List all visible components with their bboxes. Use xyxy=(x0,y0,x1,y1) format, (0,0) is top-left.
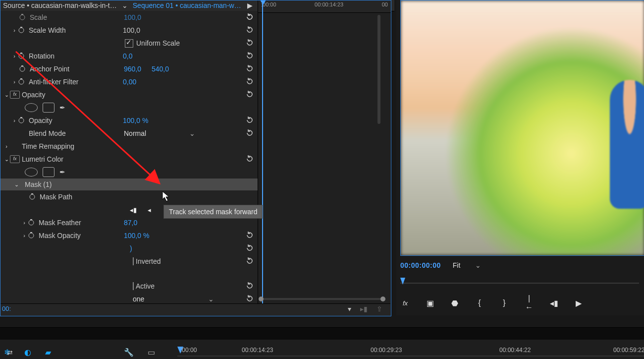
step-back-icon[interactable]: ◂▮ xyxy=(549,299,559,308)
ellipse-mask-icon[interactable] xyxy=(25,168,38,177)
filter-icon[interactable]: ▾ xyxy=(348,305,351,313)
rect-mask-icon[interactable] xyxy=(43,167,54,177)
generic-select[interactable]: one⌄ xyxy=(133,295,217,303)
reset-icon[interactable] xyxy=(246,77,254,85)
twisty-icon[interactable]: ⌄ xyxy=(0,181,20,188)
scale-width-value[interactable]: 100,0 xyxy=(123,26,140,34)
svg-point-8 xyxy=(19,79,24,84)
reset-icon[interactable] xyxy=(246,282,254,290)
source-tab[interactable]: Source • caucasian-man-walks-in-t… xyxy=(3,1,117,9)
sequence-tab[interactable]: Sequence 01 • caucasian-man-w… xyxy=(133,1,241,9)
zoom-handle-right[interactable] xyxy=(380,297,385,301)
timeline-settings-icon[interactable]: ⇄ xyxy=(7,349,13,357)
go-to-in-icon[interactable]: |← xyxy=(524,294,534,312)
zoom-select[interactable]: Fit⌄ xyxy=(453,261,482,269)
blend-mode-select[interactable]: Normal⌄ xyxy=(124,129,198,137)
scale-value[interactable]: 100,0 xyxy=(124,13,141,21)
twisty-icon[interactable]: › xyxy=(11,118,18,123)
insert-icon[interactable]: ▸▮ xyxy=(360,305,368,313)
program-scrubber[interactable] xyxy=(400,276,644,286)
uniform-scale-checkbox[interactable] xyxy=(125,39,133,48)
twisty-icon[interactable]: ⌄ xyxy=(3,156,10,163)
anchor-x[interactable]: 960,0 xyxy=(124,65,152,73)
pen-mask-icon[interactable]: ✒ xyxy=(59,104,65,112)
svg-rect-9 xyxy=(20,78,22,79)
reset-icon[interactable] xyxy=(246,90,254,98)
linked-selection-icon[interactable]: ◐ xyxy=(24,348,31,357)
reset-icon[interactable] xyxy=(246,64,254,72)
twisty-icon[interactable]: › xyxy=(21,220,28,226)
reset-icon[interactable] xyxy=(246,155,254,163)
flicker-value[interactable]: 0,00 xyxy=(123,78,136,86)
inverted-label[interactable]: Inverted xyxy=(133,257,161,265)
ec-zoom-scrollbar[interactable] xyxy=(258,296,386,302)
reset-icon[interactable] xyxy=(246,231,254,239)
stopwatch-icon[interactable] xyxy=(29,193,37,201)
pen-mask-icon[interactable]: ✒ xyxy=(59,168,65,176)
twisty-icon[interactable]: › xyxy=(11,53,18,59)
reset-icon[interactable] xyxy=(246,26,254,34)
reset-icon[interactable] xyxy=(246,244,254,252)
twisty-icon[interactable]: ⌄ xyxy=(3,92,10,98)
twisty-icon[interactable]: › xyxy=(21,233,28,239)
timeline-ruler[interactable]: :00:00 00:00:14:23 00:00:29:23 00:00:44:… xyxy=(177,347,644,359)
rotation-value[interactable]: 0,0 xyxy=(123,52,132,60)
track-backward-icon[interactable]: ◂ xyxy=(145,205,154,214)
reset-icon[interactable] xyxy=(246,52,254,60)
rect-mask-icon[interactable] xyxy=(43,103,54,113)
twisty-icon[interactable]: › xyxy=(11,79,18,85)
camera-icon[interactable]: ▭ xyxy=(148,348,155,357)
mask-1-header[interactable]: ⌄ Mask (1) xyxy=(0,179,258,190)
sequence-timeline: ❄ ◐ ▰ 🔧 ▭ :00:00 00:00:14:23 00:00:29:23… xyxy=(0,327,644,359)
wrench-icon[interactable]: 🔧 xyxy=(124,348,134,357)
program-timecode[interactable]: 00:00:00:00 xyxy=(400,261,441,269)
fx-badge-icon[interactable]: fx xyxy=(10,91,20,99)
program-video-frame[interactable] xyxy=(400,0,644,256)
reset-icon[interactable] xyxy=(246,116,254,124)
zoom-handle-left[interactable] xyxy=(259,297,264,301)
reset-icon[interactable] xyxy=(246,257,254,265)
stopwatch-icon[interactable] xyxy=(19,65,27,73)
fx-badge-icon[interactable]: fx xyxy=(10,155,20,163)
stopwatch-icon[interactable] xyxy=(18,117,26,124)
reset-icon[interactable] xyxy=(246,295,254,302)
play-only-icon[interactable]: ▶ xyxy=(244,1,253,9)
reset-icon[interactable] xyxy=(246,13,254,21)
ellipse-mask-icon[interactable] xyxy=(25,103,38,112)
fx-toggle-icon[interactable]: fx xyxy=(400,299,410,307)
effect-controls-timeline[interactable]: :00:00 00:00:14:23 00 xyxy=(258,0,391,315)
mask-feather-value[interactable]: 87,0 xyxy=(124,219,137,227)
track-backward-one-icon[interactable]: ◂▮ xyxy=(129,205,138,214)
effect-opacity[interactable]: ⌄ fx Opacity xyxy=(0,88,258,101)
vertical-scrollbar[interactable] xyxy=(377,15,380,124)
effect-time-remapping[interactable]: › fx Time Remapping xyxy=(0,140,258,153)
svg-rect-7 xyxy=(21,65,23,66)
stopwatch-icon[interactable] xyxy=(19,13,27,21)
source-tab-menu[interactable]: ⌄ xyxy=(120,1,130,9)
active-label[interactable]: Active xyxy=(133,282,155,290)
reset-icon[interactable] xyxy=(246,129,254,137)
stopwatch-icon[interactable] xyxy=(28,219,36,227)
reset-icon[interactable] xyxy=(246,39,254,47)
play-icon[interactable]: ▶ xyxy=(574,299,584,308)
stopwatch-icon[interactable] xyxy=(18,78,26,86)
marker-add-icon[interactable]: ▰ xyxy=(45,348,51,357)
playhead-icon[interactable] xyxy=(262,0,263,315)
effect-lumetri[interactable]: ⌄ fx Lumetri Color xyxy=(0,153,258,166)
stopwatch-icon[interactable] xyxy=(18,52,26,60)
mask-opacity-value[interactable]: 100,0 % xyxy=(124,232,149,239)
twisty-icon[interactable]: › xyxy=(11,27,18,33)
marker-icon[interactable]: ⬣ xyxy=(450,299,460,308)
twisty-icon[interactable]: › xyxy=(3,143,10,149)
overwrite-icon[interactable]: ⇪ xyxy=(376,305,382,313)
stopwatch-icon[interactable] xyxy=(18,26,26,34)
ec-time-ruler[interactable]: :00:00 00:00:14:23 00 xyxy=(258,0,391,13)
out-bracket-icon[interactable]: } xyxy=(499,299,509,307)
in-bracket-icon[interactable]: { xyxy=(475,299,484,307)
stopwatch-icon[interactable] xyxy=(28,232,36,239)
export-frame-icon[interactable]: ▣ xyxy=(425,299,435,308)
rotation-label: Rotation xyxy=(26,52,123,60)
opacity-value[interactable]: 100,0 % xyxy=(123,117,148,124)
ec-timecode[interactable]: 00: xyxy=(2,305,11,312)
anchor-y[interactable]: 540,0 xyxy=(152,65,169,73)
